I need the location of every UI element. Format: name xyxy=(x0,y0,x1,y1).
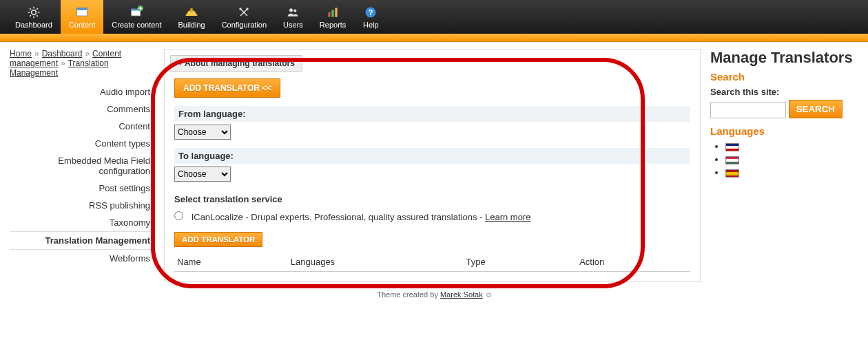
svg-point-9 xyxy=(247,8,249,10)
helmet-icon xyxy=(183,6,200,19)
page-title: Manage Translators xyxy=(710,49,858,67)
nav-users[interactable]: Users xyxy=(275,0,311,34)
add-translator-button-top[interactable]: ADD TRANSLATOR << xyxy=(174,78,280,98)
search-button[interactable]: SEARCH xyxy=(789,100,843,118)
col-action: Action xyxy=(577,253,690,272)
nav-label: Building xyxy=(178,21,205,29)
leftmenu-post-settings[interactable]: Post settings xyxy=(10,180,154,197)
svg-point-8 xyxy=(240,8,242,10)
learn-more-link[interactable]: Learn more xyxy=(485,212,530,222)
svg-rect-6 xyxy=(186,14,198,16)
breadcrumb-dashboard[interactable]: Dashboard xyxy=(42,49,83,58)
svg-rect-14 xyxy=(335,8,337,17)
leftmenu-rss-publishing[interactable]: RSS publishing xyxy=(10,197,154,214)
left-menu: Audio importCommentsContentContent types… xyxy=(10,83,154,267)
nav-content[interactable]: Content xyxy=(61,0,104,34)
translators-table: NameLanguagesTypeAction xyxy=(174,253,690,272)
leftmenu-content-types[interactable]: Content types xyxy=(10,135,154,152)
flag-hu-icon xyxy=(725,156,739,164)
nav-label: Dashboard xyxy=(15,21,52,29)
svg-point-11 xyxy=(294,9,297,12)
svg-rect-12 xyxy=(328,12,330,17)
footer: Theme created by Marek Sotak ⧉ xyxy=(0,285,868,309)
main-panel: + About managing translators ADD TRANSLA… xyxy=(164,49,701,282)
service-option-text: ICanLocalize - Drupal experts. Professio… xyxy=(192,212,483,222)
service-option-row: ICanLocalize - Drupal experts. Professio… xyxy=(174,211,690,222)
language-english[interactable] xyxy=(725,141,858,151)
svg-rect-7 xyxy=(190,8,192,12)
leftmenu-taxonomy[interactable]: Taxonomy xyxy=(10,214,154,231)
svg-point-0 xyxy=(32,10,37,14)
nav-label: Help xyxy=(363,21,379,29)
people-icon xyxy=(285,6,301,19)
select-translation-service-label: Select translation service xyxy=(174,194,690,204)
flag-en-icon xyxy=(725,143,739,151)
breadcrumb-home[interactable]: Home xyxy=(10,49,32,58)
breadcrumb-separator: » xyxy=(61,58,65,68)
search-input[interactable] xyxy=(710,102,786,118)
footer-author-link[interactable]: Marek Sotak xyxy=(440,290,483,299)
breadcrumb: Home»Dashboard»Content management»Transl… xyxy=(10,49,154,78)
nav-configuration[interactable]: Configuration xyxy=(214,0,275,34)
svg-rect-2 xyxy=(77,8,87,10)
leftmenu-embedded-media-field-configuration[interactable]: Embedded Media Field configuration xyxy=(10,152,154,180)
nav-reports[interactable]: Reports xyxy=(311,0,355,34)
external-link-icon: ⧉ xyxy=(486,291,491,299)
nav-label: Create content xyxy=(112,21,161,29)
nav-building[interactable]: Building xyxy=(170,0,214,34)
svg-point-10 xyxy=(289,8,293,12)
col-name: Name xyxy=(174,253,288,272)
bars-icon xyxy=(324,6,341,19)
nav-label: Configuration xyxy=(222,21,267,29)
col-type: Type xyxy=(463,253,577,272)
sidebar-languages-heading: Languages xyxy=(710,125,858,137)
leftmenu-audio-import[interactable]: Audio import xyxy=(10,83,154,100)
sidebar-search-heading: Search xyxy=(710,71,858,83)
window-plus-icon xyxy=(128,6,145,19)
col-languages: Languages xyxy=(288,253,464,272)
nav-create-content[interactable]: Create content xyxy=(103,0,169,34)
collapse-label: About managing translators xyxy=(185,58,295,68)
collapse-about-managing-translators[interactable]: + About managing translators xyxy=(170,55,302,72)
add-translator-button-bottom[interactable]: ADD TRANSLATOR xyxy=(174,232,262,247)
nav-dashboard[interactable]: Dashboard xyxy=(7,0,61,34)
accent-bar xyxy=(0,34,868,42)
gear-icon xyxy=(25,6,42,19)
from-language-select[interactable]: Choose xyxy=(174,125,231,140)
leftmenu-translation-management[interactable]: Translation Management xyxy=(10,231,154,250)
nav-label: Content xyxy=(69,21,96,29)
leftmenu-comments[interactable]: Comments xyxy=(10,100,154,118)
window-icon xyxy=(74,6,90,19)
tools-icon xyxy=(236,6,252,19)
leftmenu-content[interactable]: Content xyxy=(10,118,154,135)
language-spanish[interactable] xyxy=(725,167,858,178)
to-language-select[interactable]: Choose xyxy=(174,167,231,182)
to-language-label: To language: xyxy=(174,148,690,164)
question-icon: ? xyxy=(362,6,379,19)
language-hungarian[interactable] xyxy=(725,154,858,164)
from-language-label: From language: xyxy=(174,106,690,122)
nav-label: Reports xyxy=(320,21,347,29)
top-nav: DashboardContentCreate contentBuildingCo… xyxy=(0,0,868,34)
breadcrumb-separator: » xyxy=(85,49,90,58)
icanlocalize-radio[interactable] xyxy=(174,211,183,220)
leftmenu-webforms[interactable]: Webforms xyxy=(10,250,154,267)
svg-rect-13 xyxy=(331,10,333,17)
footer-prefix: Theme created by xyxy=(377,290,440,299)
svg-text:?: ? xyxy=(369,8,373,17)
nav-help[interactable]: ?Help xyxy=(354,0,387,34)
plus-icon: + xyxy=(178,58,183,68)
flag-es-icon xyxy=(725,169,739,178)
search-this-site-label: Search this site: xyxy=(710,87,858,97)
language-list xyxy=(710,141,858,178)
nav-label: Users xyxy=(283,21,303,29)
breadcrumb-separator: » xyxy=(34,49,39,58)
